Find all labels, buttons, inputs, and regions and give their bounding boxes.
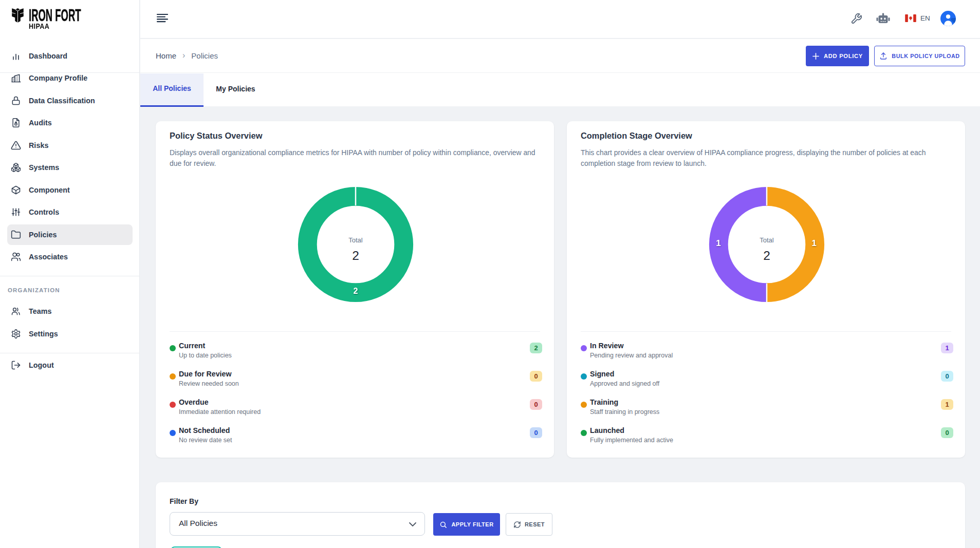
svg-text:Total: Total [760,236,774,244]
svg-text:Total: Total [348,236,363,244]
svg-text:2: 2 [763,249,770,262]
svg-text:1: 1 [811,238,816,248]
svg-text:2: 2 [354,287,358,295]
svg-text:2: 2 [352,249,359,262]
svg-text:1: 1 [716,238,720,248]
